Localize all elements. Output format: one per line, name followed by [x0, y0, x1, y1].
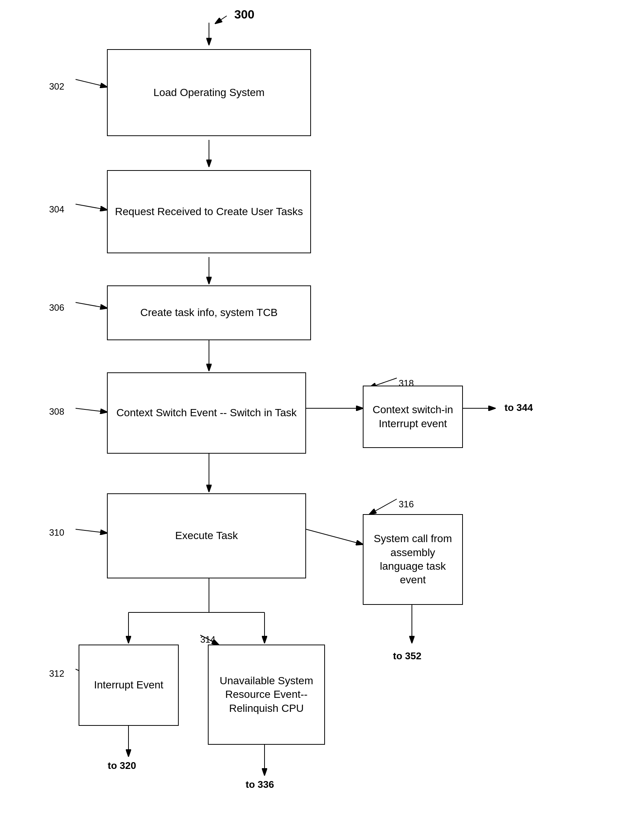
box-request-received: Request Received to Create User Tasks — [107, 170, 311, 253]
box-system-call: System call from assembly language task … — [363, 514, 463, 605]
title-300: 300 — [234, 8, 254, 22]
svg-line-22 — [76, 529, 107, 533]
system-call-text: System call from assembly language task … — [367, 532, 458, 587]
request-received-text: Request Received to Create User Tasks — [115, 205, 303, 219]
box-unavailable: Unavailable System Resource Event-- Reli… — [208, 645, 325, 745]
label-312: 312 — [49, 668, 64, 679]
box-context-switch: Context Switch Event -- Switch in Task — [107, 372, 306, 454]
box-create-task: Create task info, system TCB — [107, 285, 311, 340]
to-336-label: to 336 — [246, 779, 274, 790]
label-306: 306 — [49, 302, 64, 313]
context-switch-text: Context Switch Event -- Switch in Task — [116, 406, 297, 420]
to-352-label: to 352 — [393, 650, 421, 662]
label-316: 316 — [399, 499, 414, 510]
to-320-label: to 320 — [108, 760, 136, 772]
flowchart: 300 302 Load Operating System 304 Reques… — [0, 0, 622, 840]
execute-task-text: Execute Task — [175, 529, 238, 542]
label-308: 308 — [49, 406, 64, 417]
svg-line-21 — [76, 408, 107, 412]
box-load-os: Load Operating System — [107, 49, 311, 136]
create-task-text: Create task info, system TCB — [140, 306, 278, 319]
to-344-label: to 344 — [504, 402, 533, 414]
svg-line-18 — [76, 79, 107, 87]
load-os-text: Load Operating System — [153, 86, 265, 99]
label-314: 314 — [200, 634, 215, 645]
label-310: 310 — [49, 527, 64, 538]
context-switch-in-text: Context switch-in Interrupt event — [367, 403, 458, 431]
box-execute-task: Execute Task — [107, 493, 306, 578]
unavailable-text: Unavailable System Resource Event-- Reli… — [212, 674, 320, 715]
svg-line-8 — [306, 529, 363, 544]
box-interrupt: Interrupt Event — [79, 645, 179, 726]
svg-line-2 — [215, 16, 227, 23]
svg-line-19 — [76, 204, 107, 210]
label-304: 304 — [49, 204, 64, 215]
interrupt-text: Interrupt Event — [94, 678, 164, 692]
box-context-switch-in: Context switch-in Interrupt event — [363, 386, 463, 448]
svg-line-25 — [370, 499, 397, 514]
svg-line-20 — [76, 302, 107, 308]
label-302: 302 — [49, 81, 64, 92]
